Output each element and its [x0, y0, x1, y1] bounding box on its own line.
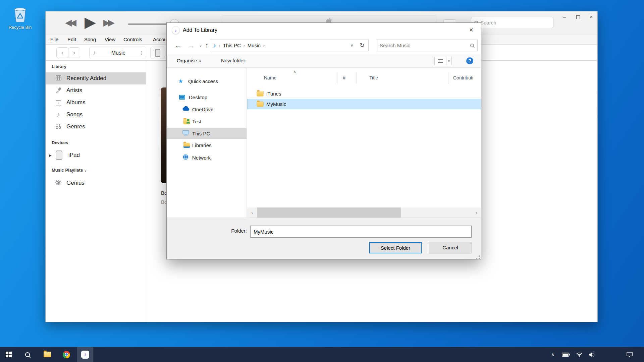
- breadcrumb-this-pc[interactable]: This PC: [223, 43, 241, 48]
- menu-file[interactable]: File: [50, 37, 58, 42]
- menu-view[interactable]: View: [105, 37, 115, 42]
- view-mode-button[interactable]: ∨: [434, 57, 452, 65]
- horizontal-scrollbar[interactable]: ‹ ›: [247, 207, 481, 218]
- menu-controls[interactable]: Controls: [123, 37, 142, 42]
- itunes-dialog-icon: ♪: [172, 26, 180, 34]
- column-header-title[interactable]: Title: [369, 75, 378, 80]
- address-bar[interactable]: ♪ › This PC › Music › ∨: [210, 40, 356, 51]
- sidebar-item-songs[interactable]: ♪ Songs: [46, 109, 146, 121]
- column-divider[interactable]: [356, 72, 357, 84]
- taskbar-search-button[interactable]: [19, 347, 36, 362]
- column-divider[interactable]: [448, 72, 448, 84]
- nav-item-network[interactable]: Network: [167, 152, 247, 163]
- search-icon: [25, 352, 30, 357]
- column-divider[interactable]: [337, 72, 337, 84]
- recycle-bin-shortcut[interactable]: Recycle Bin: [5, 5, 35, 30]
- dialog-nav-pane: ★ Quick access Desktop OneDrive Test: [167, 68, 247, 218]
- cancel-button[interactable]: Cancel: [429, 242, 472, 253]
- maximize-button[interactable]: [573, 13, 583, 21]
- windows-logo-icon: [6, 352, 12, 358]
- dialog-search-input[interactable]: [380, 43, 468, 48]
- fast-forward-button[interactable]: ▶▶: [103, 16, 113, 29]
- folder-name-input[interactable]: [250, 226, 472, 238]
- chrome-button[interactable]: [58, 347, 74, 362]
- help-button[interactable]: ?: [466, 57, 473, 64]
- column-header-contributing[interactable]: Contributi: [453, 75, 473, 80]
- forward-button[interactable]: ›: [68, 47, 80, 58]
- dialog-forward-button[interactable]: →: [188, 42, 195, 50]
- new-folder-button[interactable]: New folder: [221, 58, 245, 63]
- volume-status[interactable]: [585, 347, 599, 362]
- desktop: Recycle Bin ◀◀ ▶ ▶▶ – ×: [0, 0, 644, 362]
- nav-item-test[interactable]: Test: [167, 116, 247, 127]
- column-header-number[interactable]: #: [343, 75, 345, 80]
- music-library-icon: ♪: [213, 42, 216, 49]
- close-button[interactable]: ×: [586, 13, 596, 21]
- microphone-icon: [54, 87, 63, 94]
- media-type-selector[interactable]: ♪ Music ∧∨: [89, 47, 146, 59]
- itunes-search-box[interactable]: [471, 17, 553, 28]
- battery-icon: [562, 353, 570, 357]
- nav-item-this-pc[interactable]: This PC: [167, 128, 247, 139]
- menu-song[interactable]: Song: [84, 37, 96, 42]
- itunes-taskbar-button[interactable]: ♪: [77, 347, 93, 362]
- select-folder-button[interactable]: Select Folder: [369, 242, 422, 253]
- search-icon: [470, 44, 474, 47]
- battery-status[interactable]: [559, 347, 572, 362]
- libraries-icon: [183, 143, 190, 148]
- quick-access-star-icon: ★: [178, 78, 183, 85]
- tray-expand-button[interactable]: ∧: [547, 347, 559, 362]
- sidebar-item-albums[interactable]: ♪ Albums: [46, 97, 146, 109]
- dialog-back-button[interactable]: ←: [175, 42, 182, 50]
- column-header-name[interactable]: Name: [264, 75, 276, 80]
- desktop-icon: [179, 95, 185, 100]
- sidebar-item-genius[interactable]: Genius: [46, 177, 146, 189]
- nav-item-quick-access[interactable]: ★ Quick access: [167, 75, 247, 87]
- resize-grip[interactable]: [476, 255, 480, 259]
- dialog-file-list: ∧ Name # Title Contributi iTunes MyMusic…: [247, 68, 481, 218]
- device-button[interactable]: [150, 47, 165, 59]
- back-button[interactable]: ‹: [56, 47, 68, 58]
- file-explorer-button[interactable]: [39, 347, 55, 362]
- sort-ascending-icon: ∧: [293, 70, 296, 73]
- view-mode-chevron[interactable]: ∨: [446, 57, 451, 65]
- file-row-itunes[interactable]: iTunes: [247, 88, 481, 99]
- sidebar-item-recently-added[interactable]: Recently Added: [46, 72, 146, 84]
- nav-item-desktop[interactable]: Desktop: [167, 92, 247, 103]
- menu-edit[interactable]: Edit: [67, 37, 76, 42]
- expander-triangle-icon[interactable]: ▶: [49, 154, 52, 157]
- dialog-search-box[interactable]: [376, 40, 478, 51]
- dialog-footer: Folder: Select Folder Cancel: [167, 218, 481, 259]
- refresh-button[interactable]: ↻: [356, 40, 369, 51]
- minimize-button[interactable]: –: [559, 13, 570, 21]
- rewind-button[interactable]: ◀◀: [65, 16, 74, 29]
- start-button[interactable]: [1, 347, 17, 362]
- recent-locations-chevron[interactable]: ∨: [199, 44, 202, 48]
- onedrive-cloud-icon: [182, 106, 190, 112]
- dialog-close-button[interactable]: ×: [464, 24, 478, 35]
- dialog-up-button[interactable]: ↑: [205, 42, 209, 50]
- scroll-right-arrow[interactable]: ›: [472, 207, 481, 218]
- nav-item-libraries[interactable]: Libraries: [167, 139, 247, 151]
- address-dropdown-chevron[interactable]: ∨: [351, 43, 353, 48]
- itunes-search-input[interactable]: [480, 20, 541, 25]
- sidebar-item-artists[interactable]: Artists: [46, 84, 146, 97]
- speaker-icon: [589, 352, 596, 357]
- music-note-icon: ♪: [93, 49, 96, 56]
- file-row-mymusic[interactable]: MyMusic: [247, 99, 481, 109]
- play-button[interactable]: ▶: [85, 13, 96, 31]
- scrollbar-thumb[interactable]: [257, 207, 401, 218]
- device-icon: [155, 49, 160, 57]
- sidebar-item-ipad[interactable]: ▶ iPad: [46, 149, 146, 162]
- sidebar-item-genres[interactable]: Genres: [46, 121, 146, 133]
- organise-menu-button[interactable]: Organise ▼: [177, 58, 202, 63]
- scroll-left-arrow[interactable]: ‹: [247, 207, 257, 218]
- breadcrumb-music[interactable]: Music: [248, 43, 261, 48]
- nav-item-onedrive[interactable]: OneDrive: [167, 104, 247, 115]
- chevron-down-icon[interactable]: ∨: [84, 168, 87, 172]
- wifi-status[interactable]: [573, 347, 586, 362]
- action-center-button[interactable]: [622, 347, 637, 362]
- breadcrumb-separator-icon: ›: [263, 43, 265, 48]
- taskbar: ♪ ∧: [0, 347, 644, 362]
- recycle-bin-label: Recycle Bin: [5, 25, 35, 30]
